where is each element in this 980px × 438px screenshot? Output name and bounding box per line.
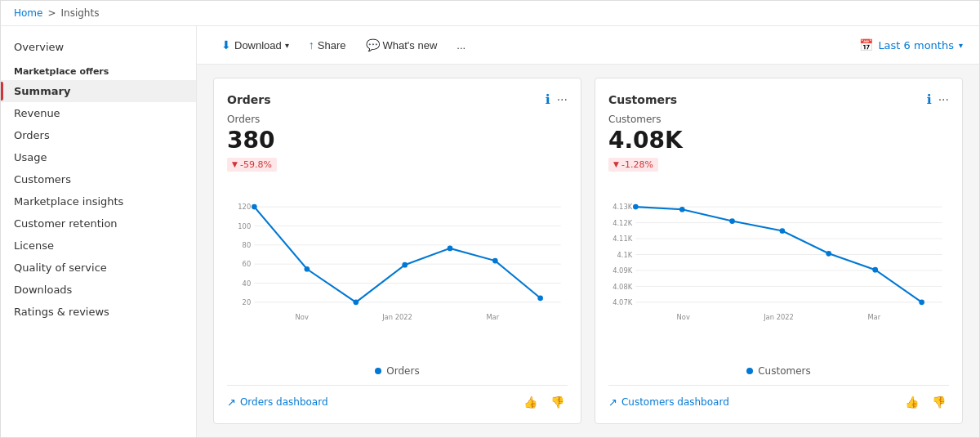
svg-point-41 [729,218,735,224]
more-icon-customers[interactable]: ··· [938,93,949,106]
sidebar-item-customers[interactable]: Customers [1,168,196,190]
svg-text:100: 100 [238,221,251,230]
more-icon-orders[interactable]: ··· [557,93,568,106]
svg-text:4.1K: 4.1K [617,250,632,258]
sidebar-item-overview[interactable]: Overview [1,36,196,58]
card-value-customers: 4.08K [608,127,949,154]
dashboard-link-label-orders: Orders dashboard [240,396,328,408]
cards-area: Orders ℹ ··· Orders 380 ▼ -59.8% 120 100… [197,65,979,437]
card-value-label-customers: Customers [608,114,949,125]
svg-point-43 [826,250,831,256]
sidebar-section-label: Marketplace offers [1,58,196,80]
svg-text:4.13K: 4.13K [612,203,633,211]
card-header-icons-customers: ℹ ··· [927,92,949,107]
breadcrumb-current: Insights [61,7,100,19]
svg-text:Mar: Mar [486,312,499,320]
thumbs-up-button-customers[interactable]: 👍 [902,394,922,410]
svg-text:4.08K: 4.08K [612,282,633,290]
calendar-icon: 📅 [859,38,873,51]
sidebar-item-downloads[interactable]: Downloads [1,279,196,301]
svg-point-44 [872,266,878,272]
more-dots: ... [457,39,466,51]
sidebar-items-container: SummaryRevenueOrdersUsageCustomersMarket… [1,80,196,323]
main-layout: Overview Marketplace offers SummaryReven… [1,26,979,437]
card-header-icons-orders: ℹ ··· [546,92,568,107]
svg-text:4.12K: 4.12K [612,218,633,226]
svg-text:4.07K: 4.07K [612,298,633,306]
svg-text:4.11K: 4.11K [612,235,633,243]
svg-point-42 [780,228,786,234]
sidebar-item-license[interactable]: License [1,235,196,257]
dashboard-link-orders[interactable]: ↗ Orders dashboard [227,396,328,409]
whats-new-icon: 💬 [366,38,380,51]
card-feedback-orders: 👍 👎 [520,394,568,410]
sidebar-item-summary[interactable]: Summary [1,80,196,102]
svg-point-15 [252,203,257,209]
chart-legend-customers: Customers [608,365,949,377]
card-value-label-orders: Orders [227,114,568,125]
toolbar: ⬇ Download ▾ ↑ Share 💬 What's new ... [197,26,979,65]
card-feedback-customers: 👍 👎 [902,394,949,410]
info-icon-orders[interactable]: ℹ [546,92,550,107]
breadcrumb-separator: > [47,7,56,19]
content-area: ⬇ Download ▾ ↑ Share 💬 What's new ... [197,26,979,437]
svg-point-16 [305,266,310,271]
change-arrow-icon-orders: ▼ [232,160,238,168]
share-button[interactable]: ↑ Share [301,34,354,56]
svg-point-39 [633,203,639,209]
card-header-customers: Customers ℹ ··· [608,92,949,107]
more-button[interactable]: ... [448,35,474,56]
svg-point-19 [448,245,453,251]
card-footer-customers: ↗ Customers dashboard 👍 👎 [608,385,949,410]
svg-text:Jan 2022: Jan 2022 [381,312,412,320]
download-chevron-icon: ▾ [285,41,289,50]
card-footer-orders: ↗ Orders dashboard 👍 👎 [227,385,568,410]
sidebar-item-ratings-reviews[interactable]: Ratings & reviews [1,301,196,323]
trend-icon-orders: ↗ [227,396,236,409]
sidebar-item-usage[interactable]: Usage [1,146,196,168]
card-value-orders: 380 [227,127,568,154]
sidebar-item-orders[interactable]: Orders [1,124,196,146]
toolbar-left: ⬇ Download ▾ ↑ Share 💬 What's new ... [213,34,474,56]
svg-text:20: 20 [243,298,252,306]
svg-point-21 [537,295,543,301]
change-value-customers: -1.28% [621,159,653,170]
chart-container-customers: 4.13K 4.12K 4.11K 4.1K 4.09K 4.08K 4.07K… [608,183,949,360]
svg-text:Nov: Nov [296,312,309,320]
date-range-label: Last 6 months [878,39,954,51]
card-change-customers: ▼ -1.28% [608,158,658,172]
info-icon-customers[interactable]: ℹ [927,92,932,107]
svg-point-17 [353,299,359,305]
sidebar-item-marketplace-insights[interactable]: Marketplace insights [1,190,196,212]
thumbs-down-button-customers[interactable]: 👎 [929,394,949,410]
whats-new-button[interactable]: 💬 What's new [358,34,446,56]
svg-text:Nov: Nov [677,312,690,320]
card-change-orders: ▼ -59.8% [227,158,277,172]
app-container: Home > Insights Overview Marketplace off… [0,0,980,438]
breadcrumb-home[interactable]: Home [14,7,42,19]
sidebar-item-revenue[interactable]: Revenue [1,102,196,124]
thumbs-up-button-orders[interactable]: 👍 [520,394,541,410]
share-icon: ↑ [309,38,314,51]
download-label: Download [234,39,282,51]
chart-legend-orders: Orders [227,365,568,377]
whats-new-label: What's new [383,39,438,51]
trend-icon-customers: ↗ [608,396,617,409]
toolbar-right[interactable]: 📅 Last 6 months ▾ [859,38,963,51]
dashboard-link-customers[interactable]: ↗ Customers dashboard [608,396,729,409]
svg-text:Mar: Mar [867,312,880,320]
sidebar-item-customer-retention[interactable]: Customer retention [1,212,196,235]
download-button[interactable]: ⬇ Download ▾ [213,34,297,56]
legend-label-customers: Customers [758,365,811,377]
svg-text:60: 60 [243,260,252,268]
thumbs-down-button-orders[interactable]: 👎 [547,394,568,410]
chart-container-orders: 120 100 80 60 40 20 NovJan 2022Mar [227,183,568,360]
date-range-chevron-icon: ▾ [959,41,963,50]
breadcrumb: Home > Insights [1,1,979,26]
svg-point-18 [402,261,408,267]
svg-point-40 [679,206,685,212]
svg-point-45 [919,299,924,305]
svg-text:Jan 2022: Jan 2022 [763,312,794,320]
sidebar-item-quality-of-service[interactable]: Quality of service [1,257,196,279]
svg-text:80: 80 [243,241,252,249]
